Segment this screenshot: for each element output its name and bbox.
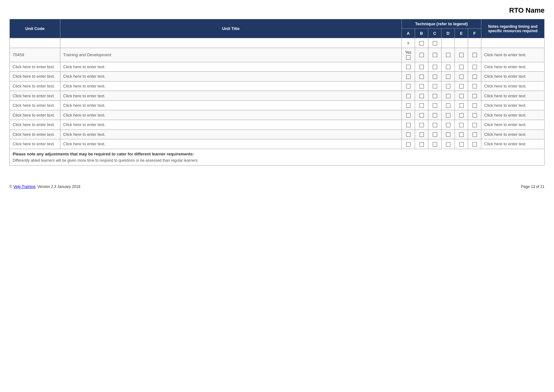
checkbox-row3-b[interactable] xyxy=(419,84,424,88)
row-unit-code[interactable]: Click here to enter text. xyxy=(10,81,60,91)
checkbox-row0-f[interactable] xyxy=(473,53,477,57)
row-unit-title[interactable]: Click here to enter text. xyxy=(60,100,402,110)
checkbox-row8-c[interactable] xyxy=(433,132,437,137)
checkbox-row5-f[interactable] xyxy=(473,103,477,108)
checkbox-row3-d[interactable] xyxy=(446,84,450,88)
checkbox-row7-c[interactable] xyxy=(433,123,437,127)
checkbox-row6-c[interactable] xyxy=(433,113,437,118)
checkbox-row7-d[interactable] xyxy=(446,123,450,127)
row-unit-title[interactable]: Click here to enter text. xyxy=(60,120,402,130)
table-row: 70459Training and DevelopmentYesClick he… xyxy=(10,48,545,62)
row-notes[interactable]: Click here to enter text. xyxy=(481,110,545,120)
checkbox-row1-c[interactable] xyxy=(433,65,437,69)
row-unit-title[interactable]: Click here to enter text. xyxy=(60,139,402,149)
checkbox-row1-d[interactable] xyxy=(446,65,450,69)
row-notes[interactable]: Click here to enter text. xyxy=(481,72,545,81)
checkbox-row9-a[interactable] xyxy=(406,142,411,147)
row-notes[interactable]: Click here to enter text. xyxy=(481,139,545,149)
row-notes[interactable]: Click here to enter text. xyxy=(481,81,545,91)
checkbox-row4-d[interactable] xyxy=(446,94,450,98)
checkbox-row4-a[interactable] xyxy=(406,94,411,98)
checkbox-row3-f[interactable] xyxy=(473,84,477,88)
footer-left: © Velg Training, Version 2.3 January 201… xyxy=(9,184,80,189)
checkbox-row9-e[interactable] xyxy=(459,142,464,147)
velg-training-link[interactable]: Velg Training xyxy=(13,184,35,189)
row-unit-title[interactable]: Click here to enter text. xyxy=(60,91,402,101)
row-notes[interactable]: Click here to enter text. xyxy=(481,62,545,72)
checkbox-s-c[interactable] xyxy=(433,41,437,45)
checkbox-row0-b[interactable] xyxy=(419,53,424,57)
checkbox-row4-e[interactable] xyxy=(459,94,464,98)
row-notes[interactable]: Click here to enter text. xyxy=(481,48,545,62)
checkbox-row7-e[interactable] xyxy=(459,123,464,127)
checkbox-row1-e[interactable] xyxy=(459,65,464,69)
checkbox-row2-c[interactable] xyxy=(433,75,437,79)
checkbox-row3-e[interactable] xyxy=(459,84,464,88)
checkbox-row0-d[interactable] xyxy=(446,53,450,57)
checkbox-row6-f[interactable] xyxy=(473,113,477,118)
checkbox-row3-a[interactable] xyxy=(406,84,411,88)
row-col-a xyxy=(402,72,415,81)
checkbox-row6-b[interactable] xyxy=(419,113,424,118)
checkbox-row0-e[interactable] xyxy=(459,53,464,57)
row-notes[interactable]: Click here to enter text. xyxy=(481,100,545,110)
checkbox-row8-d[interactable] xyxy=(446,132,450,137)
checkbox-row2-a[interactable] xyxy=(406,75,411,79)
checkbox-row6-a[interactable] xyxy=(406,113,411,118)
checkbox-row8-a[interactable] xyxy=(406,132,411,137)
checkbox-row6-e[interactable] xyxy=(459,113,464,118)
checkbox-row8-e[interactable] xyxy=(459,132,464,137)
row-unit-code[interactable]: Click here to enter text. xyxy=(10,139,60,149)
checkbox-row4-c[interactable] xyxy=(433,94,437,98)
row-unit-code[interactable]: Click here to enter text. xyxy=(10,130,60,139)
checkbox-row7-f[interactable] xyxy=(473,123,477,127)
row-notes[interactable]: Click here to enter text. xyxy=(481,130,545,139)
checkbox-row1-a[interactable] xyxy=(406,65,411,69)
s-unit-title[interactable] xyxy=(60,38,402,48)
row-unit-code[interactable]: 70459 xyxy=(10,48,60,62)
row-notes[interactable]: Click here to enter text. xyxy=(481,91,545,101)
row-col-b xyxy=(415,91,428,101)
row-unit-title[interactable]: Training and Development xyxy=(60,48,402,62)
checkbox-row2-b[interactable] xyxy=(419,75,424,79)
row-unit-title[interactable]: Click here to enter text. xyxy=(60,72,402,81)
s-unit-code[interactable] xyxy=(10,38,60,48)
checkbox-row2-e[interactable] xyxy=(459,75,464,79)
checkbox-row9-c[interactable] xyxy=(433,142,437,147)
checkbox-row4-b[interactable] xyxy=(419,94,424,98)
row-col-d xyxy=(442,110,455,120)
checkbox-row6-d[interactable] xyxy=(446,113,450,118)
checkbox-row5-d[interactable] xyxy=(446,103,450,108)
checkbox-row1-f[interactable] xyxy=(473,65,477,69)
checkbox-row2-d[interactable] xyxy=(446,75,450,79)
checkbox-row5-b[interactable] xyxy=(419,103,424,108)
row-unit-code[interactable]: Click here to enter text. xyxy=(10,100,60,110)
checkbox-row5-a[interactable] xyxy=(406,103,411,108)
checkbox-row8-f[interactable] xyxy=(473,132,477,137)
checkbox-row7-a[interactable] xyxy=(406,123,411,127)
row-unit-title[interactable]: Click here to enter text. xyxy=(60,110,402,120)
row-unit-code[interactable]: Click here to enter text. xyxy=(10,120,60,130)
row-unit-code[interactable]: Click here to enter text. xyxy=(10,62,60,72)
checkbox-row0-a[interactable] xyxy=(406,55,411,60)
row-unit-code[interactable]: Click here to enter text. xyxy=(10,110,60,120)
checkbox-row0-c[interactable] xyxy=(433,53,437,57)
row-notes[interactable]: Click here to enter text. xyxy=(481,120,545,130)
row-unit-title[interactable]: Click here to enter text. xyxy=(60,81,402,91)
row-unit-code[interactable]: Click here to enter text. xyxy=(10,72,60,81)
checkbox-row8-b[interactable] xyxy=(419,132,424,137)
checkbox-row9-d[interactable] xyxy=(446,142,450,147)
checkbox-row3-c[interactable] xyxy=(433,84,437,88)
checkbox-row5-e[interactable] xyxy=(459,103,464,108)
checkbox-row4-f[interactable] xyxy=(473,94,477,98)
checkbox-row1-b[interactable] xyxy=(419,65,424,69)
row-unit-title[interactable]: Click here to enter text. xyxy=(60,130,402,139)
row-unit-title[interactable]: Click here to enter text. xyxy=(60,62,402,72)
checkbox-s-b[interactable] xyxy=(419,41,424,45)
checkbox-row7-b[interactable] xyxy=(419,123,424,127)
checkbox-row2-f[interactable] xyxy=(473,75,477,79)
checkbox-row5-c[interactable] xyxy=(433,103,437,108)
checkbox-row9-f[interactable] xyxy=(473,142,477,147)
row-unit-code[interactable]: Click here to enter text. xyxy=(10,91,60,101)
checkbox-row9-b[interactable] xyxy=(419,142,424,147)
